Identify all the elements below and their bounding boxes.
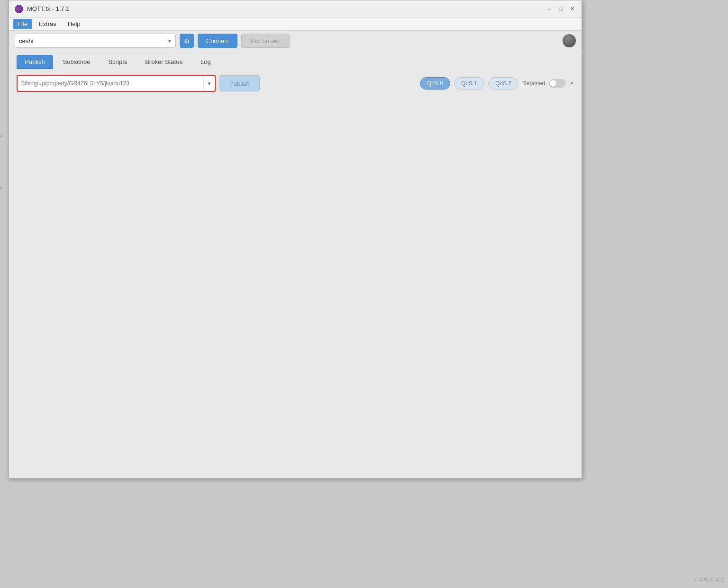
qos1-button[interactable]: QoS 1 (454, 77, 484, 90)
menu-extras[interactable]: Extras (34, 19, 61, 29)
topic-dropdown-button[interactable]: ▼ (203, 76, 215, 91)
app-icon (15, 5, 23, 13)
profile-selector-wrapper: ceshi ▼ (15, 34, 176, 48)
tab-broker-status[interactable]: Broker Status (137, 55, 191, 69)
toolbar: ceshi ▼ ⚙ Connect Disconnect (9, 31, 582, 51)
window-controls: − □ ✕ (546, 5, 576, 13)
close-button[interactable]: ✕ (568, 5, 576, 13)
retained-label: Retained (522, 80, 545, 87)
qos-options: QoS 0 QoS 1 QoS 2 Retained ▼ (420, 77, 574, 90)
tabs-bar: Publish Subscribe Scripts Broker Status … (9, 51, 582, 69)
csdn-watermark: CSDN @小龙 (695, 577, 724, 583)
tab-scripts[interactable]: Scripts (100, 55, 135, 69)
left-edge-text-a: a (0, 133, 3, 138)
tab-publish[interactable]: Publish (17, 55, 53, 69)
profile-select[interactable]: ceshi (15, 34, 176, 48)
content-area: ▼ Publish QoS 0 QoS 1 QoS 2 Retained ▼ (9, 69, 582, 478)
tab-log[interactable]: Log (192, 55, 219, 69)
publish-button[interactable]: Publish (219, 75, 260, 91)
retained-dropdown-arrow[interactable]: ▼ (570, 81, 574, 86)
connection-status-indicator (563, 34, 576, 47)
topic-input[interactable] (18, 76, 203, 91)
settings-button[interactable]: ⚙ (180, 34, 194, 48)
left-edge-text-b: e (0, 185, 3, 190)
minimize-button[interactable]: − (546, 5, 553, 13)
disconnect-button[interactable]: Disconnect (241, 34, 290, 48)
menubar: File Extras Help (9, 18, 582, 31)
retained-toggle[interactable] (549, 79, 566, 88)
toggle-knob (550, 80, 556, 87)
window-title: MQTT.fx - 1.7.1 (27, 5, 546, 12)
menu-help[interactable]: Help (63, 19, 85, 29)
titlebar: MQTT.fx - 1.7.1 − □ ✕ (9, 0, 582, 18)
connect-button[interactable]: Connect (198, 34, 237, 48)
menu-file[interactable]: File (13, 19, 32, 29)
publish-row: ▼ Publish QoS 0 QoS 1 QoS 2 Retained ▼ (17, 75, 574, 92)
maximize-button[interactable]: □ (557, 5, 564, 13)
qos0-button[interactable]: QoS 0 (420, 77, 450, 90)
qos2-button[interactable]: QoS 2 (488, 77, 519, 90)
topic-input-wrapper: ▼ (17, 75, 216, 92)
tab-subscribe[interactable]: Subscribe (55, 55, 99, 69)
